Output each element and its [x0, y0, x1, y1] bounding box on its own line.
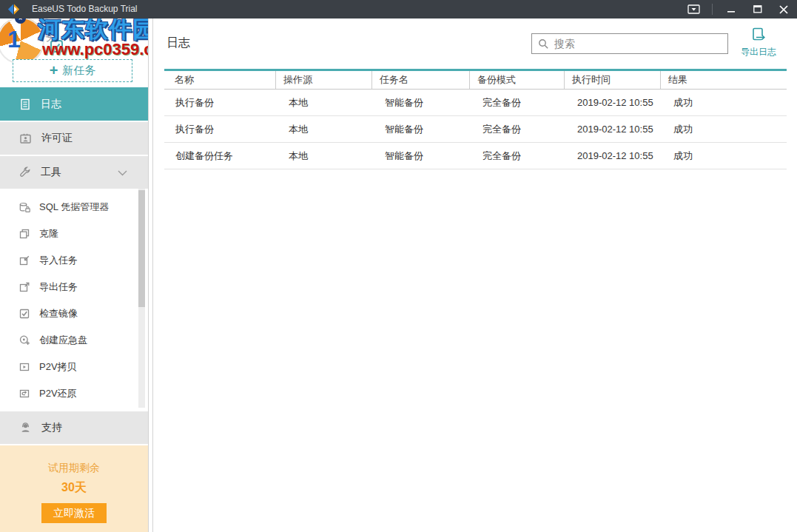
- cell-result: 成功: [661, 116, 787, 142]
- sidebar-item-label: 导出任务: [39, 280, 78, 294]
- trial-info-box: 试用期剩余 30天 立即激活: [0, 445, 148, 532]
- watermark-site-url: www.pc0359.cn: [42, 40, 148, 59]
- tools-submenu: SQL 凭据管理器 克隆 导入任务: [0, 194, 138, 407]
- sidebar-item-label: SQL 凭据管理器: [39, 201, 109, 214]
- titlebar: EaseUS Todo Backup Trial: [0, 0, 797, 18]
- table-row[interactable]: 执行备份 本地 智能备份 完全备份 2019-02-12 10:55 成功: [164, 116, 787, 143]
- column-header-time[interactable]: 执行时间: [565, 71, 661, 89]
- app-logo-icon: [7, 2, 21, 16]
- search-box: [531, 33, 728, 54]
- cell-name: 创建备份任务: [164, 143, 276, 169]
- sidebar-item-label: 检查镜像: [39, 307, 78, 320]
- sidebar-item-label: 创建应急盘: [39, 334, 87, 347]
- cell-time: 2019-02-12 10:55: [565, 90, 661, 115]
- sidebar-item-check-image[interactable]: 检查镜像: [0, 300, 138, 327]
- disc-plus-icon: [19, 334, 30, 346]
- cell-source: 本地: [276, 90, 372, 115]
- minimize-button[interactable]: [722, 0, 741, 18]
- sidebar-item-support[interactable]: 支持: [0, 411, 148, 444]
- new-task-label: 新任务: [62, 64, 95, 78]
- wrench-icon: [19, 166, 31, 178]
- cell-mode: 完全备份: [470, 143, 565, 169]
- database-lock-icon: [19, 202, 30, 213]
- window-title: EaseUS Todo Backup Trial: [32, 4, 138, 14]
- main-content: 日志 导出日志 名称 操作源 任务名 备份模式 执: [153, 18, 797, 532]
- table-header: 名称 操作源 任务名 备份模式 执行时间 结果: [164, 71, 787, 90]
- sidebar-item-sql-credential-manager[interactable]: SQL 凭据管理器: [0, 194, 138, 220]
- cell-source: 本地: [276, 143, 372, 169]
- cell-mode: 完全备份: [470, 116, 565, 142]
- box-arrow-out-icon: [19, 281, 30, 293]
- headset-person-icon: [19, 422, 32, 434]
- export-log-icon: [750, 27, 767, 43]
- search-icon: [538, 38, 549, 50]
- tray-icon[interactable]: [684, 0, 703, 18]
- sidebar-item-label: 日志: [41, 98, 61, 111]
- sidebar-item-label: P2V拷贝: [39, 360, 77, 374]
- box-arrow-in-icon: [19, 255, 30, 266]
- sidebar-item-label: P2V还原: [39, 387, 77, 400]
- sidebar-item-label: 工具: [41, 166, 61, 179]
- cell-source: 本地: [276, 116, 372, 142]
- search-input[interactable]: [554, 35, 727, 53]
- export-log-label: 导出日志: [741, 46, 776, 58]
- screen-play-icon: [19, 361, 30, 373]
- table-row[interactable]: 执行备份 本地 智能备份 完全备份 2019-02-12 10:55 成功: [164, 90, 787, 116]
- new-task-button[interactable]: + 新任务: [13, 59, 132, 82]
- cell-name: 执行备份: [164, 90, 276, 115]
- watermark-logo-digit: 1: [7, 26, 21, 53]
- sidebar-item-p2v-restore[interactable]: P2V还原: [0, 380, 138, 407]
- sidebar-item-p2v-copy[interactable]: P2V拷贝: [0, 354, 138, 380]
- column-header-result[interactable]: 结果: [661, 71, 787, 89]
- checkbox-check-icon: [19, 308, 30, 320]
- titlebar-separator: [712, 4, 713, 15]
- cell-name: 执行备份: [164, 116, 276, 142]
- column-header-task[interactable]: 任务名: [372, 71, 470, 89]
- cell-result: 成功: [661, 90, 787, 115]
- cell-time: 2019-02-12 10:55: [565, 116, 661, 142]
- column-header-mode[interactable]: 备份模式: [470, 71, 565, 89]
- sidebar-divider: [148, 18, 153, 532]
- watermark-star-icon: ★: [15, 18, 26, 24]
- sidebar-item-export-task[interactable]: 导出任务: [0, 274, 138, 300]
- table-row[interactable]: 创建备份任务 本地 智能备份 完全备份 2019-02-12 10:55 成功: [164, 143, 787, 169]
- plus-icon: +: [50, 63, 58, 78]
- sidebar-item-log[interactable]: 日志: [0, 87, 148, 121]
- column-header-source[interactable]: 操作源: [276, 71, 372, 89]
- sidebar-item-import-task[interactable]: 导入任务: [0, 247, 138, 274]
- app-window: EaseUS Todo Backup Trial 任务: [0, 0, 797, 532]
- sidebar-item-label: 导入任务: [39, 254, 78, 267]
- sidebar-item-license[interactable]: 许可证: [0, 122, 148, 155]
- page-title: 日志: [167, 36, 190, 51]
- log-table: 名称 操作源 任务名 备份模式 执行时间 结果 执行备份 本地 智能备份 完全备…: [164, 69, 787, 169]
- cell-task: 智能备份: [372, 90, 470, 115]
- trial-days-value: 30天: [0, 480, 148, 496]
- cell-result: 成功: [661, 143, 787, 169]
- sidebar-item-label: 许可证: [41, 132, 73, 145]
- cell-task: 智能备份: [372, 116, 470, 142]
- chevron-down-icon[interactable]: [118, 170, 127, 176]
- sidebar-item-clone[interactable]: 克隆: [0, 220, 138, 247]
- scrollbar-thumb[interactable]: [138, 190, 145, 307]
- screen-return-icon: [19, 388, 30, 400]
- sidebar-item-create-emergency-disk[interactable]: 创建应急盘: [0, 327, 138, 354]
- sidebar-item-label: 克隆: [39, 227, 58, 240]
- overlapping-squares-icon: [19, 228, 30, 240]
- activate-now-button[interactable]: 立即激活: [41, 503, 107, 523]
- cell-task: 智能备份: [372, 143, 470, 169]
- cell-time: 2019-02-12 10:55: [565, 143, 661, 169]
- cell-mode: 完全备份: [470, 90, 565, 115]
- sidebar: 任务 1 ★ 河东软件园 www.pc0359.cn + 新任务 日志: [0, 18, 148, 532]
- trial-remaining-label: 试用期剩余: [0, 462, 148, 475]
- column-header-name[interactable]: 名称: [164, 71, 276, 89]
- sidebar-item-label: 支持: [41, 421, 62, 434]
- sidebar-scrollbar[interactable]: [138, 189, 145, 408]
- sidebar-item-tools[interactable]: 工具: [0, 156, 148, 189]
- id-badge-icon: [19, 132, 32, 144]
- export-log-button[interactable]: 导出日志: [738, 27, 779, 58]
- document-lines-icon: [19, 98, 31, 110]
- close-button[interactable]: [774, 0, 793, 18]
- maximize-button[interactable]: [748, 0, 767, 18]
